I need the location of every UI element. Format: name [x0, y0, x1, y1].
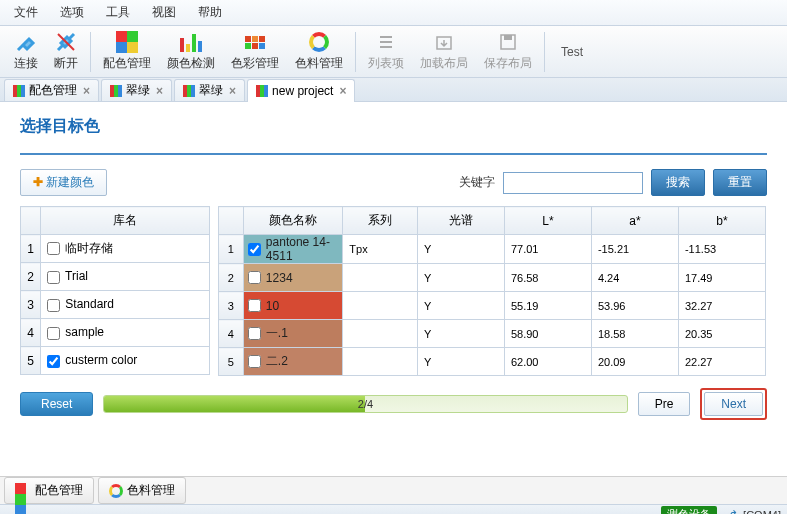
lib-cell[interactable]: custerm color: [41, 347, 210, 375]
lib-checkbox[interactable]: [47, 327, 60, 340]
table-row[interactable]: 3 Standard: [21, 291, 210, 319]
table-row[interactable]: 1pantone 14-4511TpxY77.01-15.21-11.53: [219, 235, 766, 264]
series-cell: Tpx: [343, 235, 418, 264]
next-button[interactable]: Next: [704, 392, 763, 416]
reset-button[interactable]: Reset: [20, 392, 93, 416]
color-name-cell[interactable]: 二.2: [243, 348, 342, 376]
detect-button[interactable]: 颜色检测: [159, 30, 223, 74]
tab[interactable]: new project×: [247, 79, 355, 102]
tab[interactable]: 配色管理×: [4, 79, 99, 101]
row-num: 3: [21, 291, 41, 319]
tab-icon: [13, 85, 25, 97]
color-checkbox[interactable]: [248, 355, 261, 368]
keyword-label: 关键字: [459, 174, 495, 191]
loadlayout-button[interactable]: 加载布局: [412, 30, 476, 74]
lib-checkbox[interactable]: [47, 271, 60, 284]
row-num: 3: [219, 292, 244, 320]
toolbar: 连接 断开 配色管理 颜色检测 色彩管理 色料管理 列表项 加载布局 保存布局 …: [0, 26, 787, 78]
menu-help[interactable]: 帮助: [188, 2, 232, 23]
footer-tab-inkmanage[interactable]: 色料管理: [98, 477, 186, 504]
color-checkbox[interactable]: [248, 327, 261, 340]
inkmanage-button[interactable]: 色料管理: [287, 30, 351, 74]
device-status: 测色设备: [661, 506, 717, 514]
color-name-cell[interactable]: 一.1: [243, 320, 342, 348]
port-label: [COM4]: [743, 509, 781, 515]
col-spectrum: 光谱: [417, 207, 504, 235]
color-name: 1234: [266, 271, 293, 285]
b-cell: -11.53: [678, 235, 765, 264]
loadlayout-label: 加载布局: [420, 55, 468, 72]
lib-checkbox[interactable]: [47, 299, 60, 312]
a-cell: -15.21: [591, 235, 678, 264]
table-row[interactable]: 1 临时存储: [21, 235, 210, 263]
row-num: 1: [219, 235, 244, 264]
close-icon[interactable]: ×: [339, 84, 346, 98]
usb-icon: ⎇: [723, 508, 737, 515]
new-color-button[interactable]: ✚ 新建颜色: [20, 169, 107, 196]
table-row[interactable]: 4一.1Y58.9018.5820.35: [219, 320, 766, 348]
color-checkbox[interactable]: [248, 299, 261, 312]
divider: [20, 153, 767, 155]
keyword-input[interactable]: [503, 172, 643, 194]
color-name-cell[interactable]: 1234: [243, 264, 342, 292]
menu-options[interactable]: 选项: [50, 2, 94, 23]
colormanage-button[interactable]: 色彩管理: [223, 30, 287, 74]
b-cell: 22.27: [678, 348, 765, 376]
lib-cell[interactable]: sample: [41, 319, 210, 347]
row-num: 1: [21, 235, 41, 263]
progress-text: 2/4: [358, 398, 373, 410]
unplug-icon: [54, 31, 78, 53]
connect-button[interactable]: 连接: [6, 30, 46, 74]
tab-icon: [183, 85, 195, 97]
reset-filter-button[interactable]: 重置: [713, 169, 767, 196]
table-row[interactable]: 4 sample: [21, 319, 210, 347]
disconnect-button[interactable]: 断开: [46, 30, 86, 74]
colormatch-button[interactable]: 配色管理: [95, 30, 159, 74]
lib-cell[interactable]: Standard: [41, 291, 210, 319]
row-num: 2: [21, 263, 41, 291]
series-cell: [343, 264, 418, 292]
tab-label: 翠绿: [126, 82, 150, 99]
footer-tab-label: 色料管理: [127, 482, 175, 499]
close-icon[interactable]: ×: [156, 84, 163, 98]
l-cell: 58.90: [504, 320, 591, 348]
close-icon[interactable]: ×: [83, 84, 90, 98]
color-name: 10: [266, 299, 279, 313]
footer-tab-colormatch[interactable]: 配色管理: [4, 477, 94, 504]
pre-button[interactable]: Pre: [638, 392, 691, 416]
test-label[interactable]: Test: [549, 45, 595, 59]
table-row[interactable]: 21234Y76.584.2417.49: [219, 264, 766, 292]
table-row[interactable]: 2 Trial: [21, 263, 210, 291]
row-num: 4: [21, 319, 41, 347]
table-row[interactable]: 5 custerm color: [21, 347, 210, 375]
lib-cell[interactable]: 临时存储: [41, 235, 210, 263]
lib-checkbox[interactable]: [47, 242, 60, 255]
color-name-cell[interactable]: 10: [243, 292, 342, 320]
close-icon[interactable]: ×: [229, 84, 236, 98]
listitem-button[interactable]: 列表项: [360, 30, 412, 74]
tab[interactable]: 翠绿×: [174, 79, 245, 101]
separator-icon: [90, 32, 91, 72]
lib-cell[interactable]: Trial: [41, 263, 210, 291]
top-controls: ✚ 新建颜色 关键字 搜索 重置: [20, 169, 767, 196]
a-cell: 20.09: [591, 348, 678, 376]
color-name-cell[interactable]: pantone 14-4511: [243, 235, 342, 264]
color-checkbox[interactable]: [248, 243, 261, 256]
search-button[interactable]: 搜索: [651, 169, 705, 196]
table-row[interactable]: 310Y55.1953.9632.27: [219, 292, 766, 320]
progress-bar: 2/4: [103, 395, 627, 413]
col-b: b*: [678, 207, 765, 235]
series-cell: [343, 320, 418, 348]
col-series: 系列: [343, 207, 418, 235]
savelayout-button[interactable]: 保存布局: [476, 30, 540, 74]
save-icon: [496, 32, 520, 53]
color-checkbox[interactable]: [248, 271, 261, 284]
menubar: 文件 选项 工具 视图 帮助: [0, 0, 787, 26]
menu-view[interactable]: 视图: [142, 2, 186, 23]
b-cell: 32.27: [678, 292, 765, 320]
table-row[interactable]: 5二.2Y62.0020.0922.27: [219, 348, 766, 376]
tab[interactable]: 翠绿×: [101, 79, 172, 101]
menu-tools[interactable]: 工具: [96, 2, 140, 23]
menu-file[interactable]: 文件: [4, 2, 48, 23]
lib-checkbox[interactable]: [47, 355, 60, 368]
